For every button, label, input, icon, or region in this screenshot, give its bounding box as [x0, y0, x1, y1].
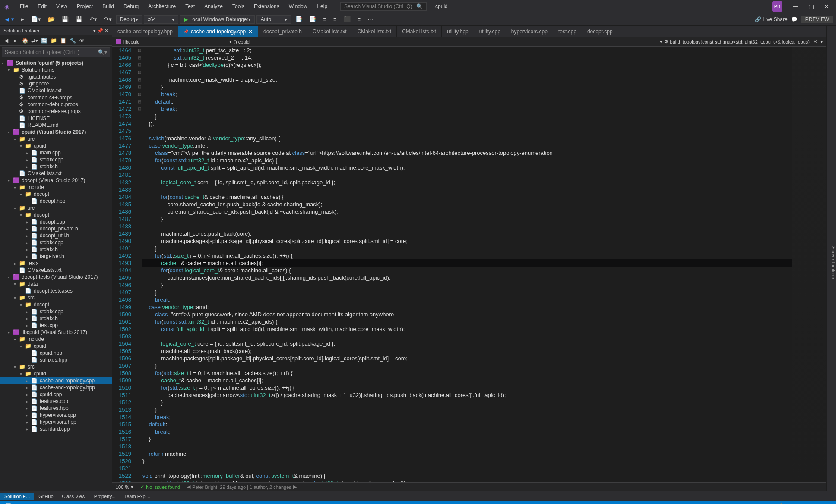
nav-scope[interactable]: 🟪 libcpuid	[116, 39, 139, 44]
solution-search-input[interactable]: Search Solution Explorer (Ctrl+;) 🔍▾	[2, 47, 110, 57]
tree-item[interactable]: ▾📁cpuid	[0, 343, 112, 350]
props-icon[interactable]: 🔧	[68, 36, 77, 45]
tree-item[interactable]: ⚙common-release.props	[0, 108, 112, 115]
solution-tree[interactable]: ▾🟪Solution 'cpuid' (5 projects)▾📁Solutio…	[0, 59, 112, 491]
tree-item[interactable]: ▾📁cpuid	[0, 142, 112, 149]
bottom-tab[interactable]: Solution E...	[0, 493, 34, 500]
menu-analyze[interactable]: Analyze	[200, 2, 227, 11]
tree-item[interactable]: 📄CMakeLists.txt	[0, 267, 112, 274]
nav-type[interactable]: ▾ () cpuid	[229, 39, 250, 44]
pin-icon[interactable]: 📌	[97, 28, 103, 33]
preview-icon[interactable]: 👁	[78, 36, 86, 45]
rail-tab[interactable]: Server Explorer	[831, 246, 836, 279]
new-project-button[interactable]: 📄▾	[28, 15, 44, 23]
menu-build[interactable]: Build	[98, 2, 118, 11]
tree-item[interactable]: ▾🟪Solution 'cpuid' (5 projects)	[0, 60, 112, 66]
tree-item[interactable]: ▾📁data	[0, 280, 112, 287]
save-button[interactable]: 💾	[59, 15, 71, 23]
bottom-tab[interactable]: Team Expl...	[120, 493, 155, 500]
close-icon[interactable]: ✕	[248, 28, 253, 35]
fwd-icon[interactable]: ▸	[11, 36, 20, 45]
bottom-tab[interactable]: Class View	[58, 493, 90, 500]
editor-tab[interactable]: utility.hpp	[442, 26, 474, 37]
menu-view[interactable]: View	[52, 2, 72, 11]
user-avatar[interactable]: PB	[772, 1, 782, 12]
tree-item[interactable]: ▸📄standard.cpp	[0, 425, 112, 432]
editor-tab[interactable]: test.cpp	[553, 26, 582, 37]
switch-icon[interactable]: ⇄▾	[30, 36, 39, 45]
editor-tab[interactable]: CMakeLists.txt	[307, 26, 352, 37]
tree-item[interactable]: ▾📁include	[0, 184, 112, 191]
tree-item[interactable]: 📄docopt.hpp	[0, 198, 112, 205]
nav-member[interactable]: ▾ ⚙ build_topology(const std::map<std::u…	[660, 39, 810, 44]
minimize-button[interactable]: ─	[788, 0, 803, 13]
toolbar-icon[interactable]: 📑	[307, 15, 319, 23]
tree-item[interactable]: ▸📄features.hpp	[0, 405, 112, 412]
redo-button[interactable]: ↷▾	[101, 15, 114, 23]
toolbar-icon[interactable]: ⋯	[365, 15, 376, 23]
toolbar-icon[interactable]: ⬛	[341, 15, 353, 23]
run-button[interactable]: ▶Local Windows Debugger▾	[180, 15, 255, 24]
editor-tab[interactable]: CMakeLists.txt	[397, 26, 442, 37]
tree-item[interactable]: 📄LICENSE	[0, 115, 112, 122]
code-editor[interactable]: std::uint32_t perf_tsc_size : 2; std::ui…	[142, 47, 792, 482]
menu-test[interactable]: Test	[181, 2, 199, 11]
filter-icon[interactable]: 📁	[49, 36, 58, 45]
toolbar-icon[interactable]: 📑	[293, 15, 305, 23]
menu-window[interactable]: Window	[285, 2, 312, 11]
home-icon[interactable]: 🏠	[21, 36, 29, 45]
tree-item[interactable]: 📄cpuid.hpp	[0, 350, 112, 356]
tree-item[interactable]: ▸📄cache-and-topology.hpp	[0, 384, 112, 391]
menu-file[interactable]: File	[16, 2, 32, 11]
tree-item[interactable]: ▾🟪cpuid (Visual Studio 2017)	[0, 129, 112, 135]
panel-dropdown-icon[interactable]: ▾	[93, 28, 96, 33]
showall-icon[interactable]: 📋	[59, 36, 67, 45]
editor-tab[interactable]: hypervisors.cpp	[506, 26, 553, 37]
tree-item[interactable]: ▸📄main.cpp	[0, 149, 112, 156]
liveshare-button[interactable]: 🔗 Live Share	[755, 16, 788, 22]
tree-item[interactable]: ▸📄stdafx.h	[0, 315, 112, 322]
editor-tab[interactable]: docopt_private.h	[258, 26, 307, 37]
refresh-icon[interactable]: 🔄	[40, 36, 48, 45]
menu-extensions[interactable]: Extensions	[250, 2, 284, 11]
tree-item[interactable]: ⚙.gitattributes	[0, 73, 112, 80]
fold-gutter[interactable]: ⊟ ⊟ ⊟ ⊟ ⊟ ⊟ ⊟ ⊟ ⊟	[136, 47, 142, 482]
toolbar-icon[interactable]: ≡	[331, 15, 339, 23]
tree-item[interactable]: ▾📁docopt	[0, 211, 112, 218]
tree-item[interactable]: 📄docopt.testcases	[0, 287, 112, 294]
menu-architecture[interactable]: Architecture	[144, 2, 180, 11]
tree-item[interactable]: ▸📄docopt_private.h	[0, 225, 112, 232]
minimap[interactable]	[792, 47, 826, 482]
zoom-level[interactable]: 100 % ▾	[116, 484, 133, 490]
tree-item[interactable]: ▸📄docopt_util.h	[0, 232, 112, 239]
feedback-button[interactable]: 💬	[791, 16, 798, 22]
editor-tab[interactable]: CMakeLists.txt	[352, 26, 397, 37]
config-dropdown[interactable]: Debug▾	[116, 15, 142, 24]
dropdown-icon[interactable]: ▾	[820, 39, 823, 44]
tree-item[interactable]: ▾🟪libcpuid (Visual Studio 2017)	[0, 329, 112, 336]
tree-item[interactable]: ▸📄test.cpp	[0, 322, 112, 329]
nav-back-button[interactable]: ◀ ▾	[3, 15, 17, 23]
tree-item[interactable]: ▸📄stdafx.h	[0, 246, 112, 253]
split-icon[interactable]: ✕	[813, 39, 817, 44]
tree-item[interactable]: ▾📁cpuid	[0, 370, 112, 377]
tree-item[interactable]: ▸📁tests	[0, 260, 112, 267]
tree-item[interactable]: ▾📁src	[0, 294, 112, 301]
bottom-tab[interactable]: Property...	[90, 493, 120, 500]
editor-tab[interactable]: cache-and-topology.hpp	[112, 26, 178, 37]
tree-item[interactable]: ▾🟪docopt (Visual Studio 2017)	[0, 177, 112, 184]
toolbar-icon[interactable]: ≡	[355, 15, 364, 23]
tree-item[interactable]: ⚙.gitignore	[0, 80, 112, 87]
close-icon[interactable]: ✕	[104, 28, 108, 33]
back-icon[interactable]: ◀	[2, 36, 10, 45]
nav-fwd-button[interactable]: ▸	[19, 15, 27, 23]
tree-item[interactable]: 📄suffixes.hpp	[0, 356, 112, 363]
search-input[interactable]: Search Visual Studio (Ctrl+Q) 🔍	[340, 2, 427, 11]
tree-item[interactable]: ▾📁Solution Items	[0, 66, 112, 73]
tree-item[interactable]: ▸📄stdafx.cpp	[0, 156, 112, 163]
maximize-button[interactable]: ▢	[803, 0, 819, 13]
tree-item[interactable]: ▾📁src	[0, 205, 112, 211]
tree-item[interactable]: ▸📄cpuid.cpp	[0, 391, 112, 398]
tree-item[interactable]: ▸📄docopt.cpp	[0, 218, 112, 225]
tree-item[interactable]: ▸📄stdafx.h	[0, 163, 112, 170]
